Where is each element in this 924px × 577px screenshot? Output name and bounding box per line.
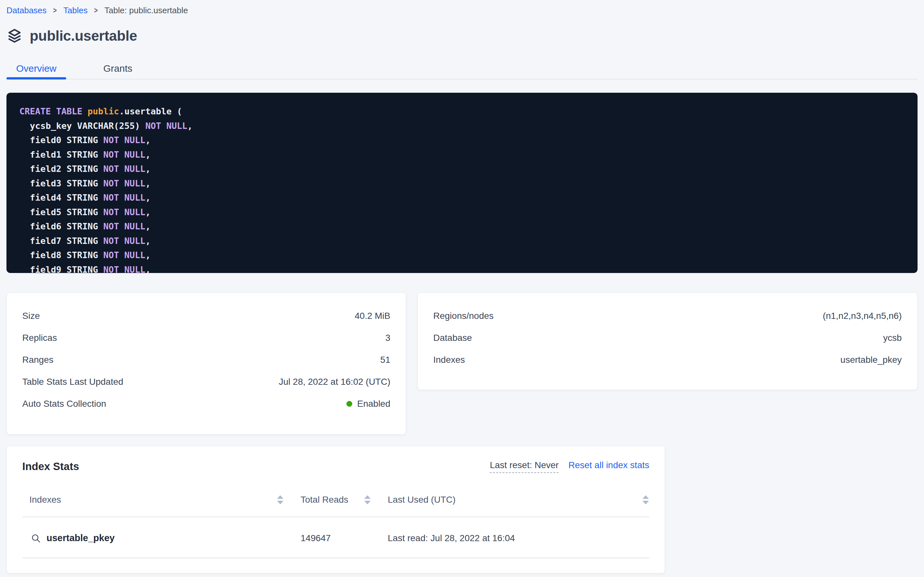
status-dot-green bbox=[346, 401, 352, 407]
stat-row-regions: Regions/nodes (n1,n2,n3,n4,n5,n6) bbox=[433, 305, 902, 327]
index-stats-table-row: usertable_pkey 149647 Last read: Jul 28,… bbox=[22, 517, 649, 558]
stat-row-auto-stats: Auto Stats Collection Enabled bbox=[22, 393, 390, 415]
stat-value: usertable_pkey bbox=[840, 355, 902, 365]
sql-line: field9 STRING NOT NULL, bbox=[19, 263, 905, 273]
last-reset-label[interactable]: Last reset: Never bbox=[490, 460, 559, 473]
sql-token: , bbox=[145, 221, 151, 231]
last-used-value: Last read: Jul 28, 2022 at 16:04 bbox=[381, 533, 649, 543]
sql-token: field5 STRING bbox=[19, 207, 103, 217]
sql-line: field5 STRING NOT NULL, bbox=[19, 205, 905, 220]
sql-line: field6 STRING NOT NULL, bbox=[19, 219, 905, 234]
sql-token: field7 STRING bbox=[19, 236, 103, 246]
sql-token: , bbox=[145, 264, 151, 273]
sql-token: field9 STRING bbox=[19, 264, 103, 273]
sql-token: NOT NULL bbox=[103, 178, 145, 189]
sql-token: field0 STRING bbox=[19, 135, 103, 145]
chevron-right-icon: > bbox=[53, 6, 57, 15]
column-header-label: Last Used (UTC) bbox=[388, 495, 456, 505]
sql-line: field4 STRING NOT NULL, bbox=[19, 190, 905, 205]
sql-token: NOT NULL bbox=[103, 150, 145, 160]
stat-row-replicas: Replicas 3 bbox=[22, 327, 390, 349]
sql-token: , bbox=[145, 250, 151, 260]
sql-line: field3 STRING NOT NULL, bbox=[19, 176, 905, 191]
stat-row-size: Size 40.2 MiB bbox=[22, 305, 390, 327]
stat-value: 51 bbox=[380, 355, 390, 365]
sql-token: , bbox=[145, 207, 151, 217]
sort-carets-icon[interactable] bbox=[364, 495, 371, 504]
sql-line: field7 STRING NOT NULL, bbox=[19, 234, 905, 248]
sql-line: field0 STRING NOT NULL, bbox=[19, 133, 905, 148]
sql-token: field4 STRING bbox=[19, 193, 103, 203]
sql-token: NOT NULL bbox=[103, 250, 145, 260]
stat-label: Auto Stats Collection bbox=[22, 399, 106, 409]
sql-token: , bbox=[145, 150, 151, 160]
index-stats-header: Index Stats Last reset: Never Reset all … bbox=[22, 459, 649, 474]
stat-label: Table Stats Last Updated bbox=[22, 377, 123, 387]
search-icon bbox=[31, 533, 41, 543]
breadcrumb: Databases > Tables > Table: public.usert… bbox=[6, 0, 918, 17]
breadcrumb-link-databases[interactable]: Databases bbox=[6, 5, 47, 16]
sql-create-statement-box: CREATE TABLE public.usertable ( ycsb_key… bbox=[6, 93, 918, 273]
title-row: public.usertable bbox=[6, 28, 918, 44]
sql-line: CREATE TABLE public.usertable ( bbox=[19, 104, 905, 119]
sql-token: NOT NULL bbox=[103, 221, 145, 231]
sql-token: ycsb_key VARCHAR(255) bbox=[19, 121, 145, 131]
sql-token: , bbox=[187, 121, 193, 131]
sql-token: NOT NULL bbox=[103, 207, 145, 217]
stat-row-stats-updated: Table Stats Last Updated Jul 28, 2022 at… bbox=[22, 371, 390, 393]
tab-bar: Overview Grants bbox=[6, 58, 918, 79]
sql-token: NOT NULL bbox=[145, 121, 187, 131]
sql-token: field1 STRING bbox=[19, 150, 103, 160]
sql-token: , bbox=[145, 236, 151, 246]
sql-line: field1 STRING NOT NULL, bbox=[19, 148, 905, 162]
sql-token: field3 STRING bbox=[19, 178, 103, 189]
sql-token: CREATE TABLE bbox=[19, 106, 87, 116]
stat-value: 40.2 MiB bbox=[355, 311, 390, 321]
sql-token: NOT NULL bbox=[103, 193, 145, 203]
index-stats-card: Index Stats Last reset: Never Reset all … bbox=[6, 446, 665, 574]
status-text: Enabled bbox=[357, 399, 390, 409]
index-name-link[interactable]: usertable_pkey bbox=[22, 533, 284, 543]
column-header-label: Total Reads bbox=[301, 495, 348, 505]
layers-stack-icon bbox=[6, 28, 22, 44]
sort-carets-icon[interactable] bbox=[642, 495, 649, 504]
stat-value: ycsb bbox=[883, 333, 902, 343]
column-header-total-reads[interactable]: Total Reads bbox=[294, 495, 371, 505]
sql-token: , bbox=[145, 164, 151, 174]
reset-all-index-stats-link[interactable]: Reset all index stats bbox=[568, 460, 649, 471]
placement-details-card: Regions/nodes (n1,n2,n3,n4,n5,n6) Databa… bbox=[418, 292, 918, 390]
sql-line: ycsb_key VARCHAR(255) NOT NULL, bbox=[19, 119, 905, 134]
sql-token: NOT NULL bbox=[103, 135, 145, 145]
index-stats-title: Index Stats bbox=[22, 460, 79, 473]
sql-token: field6 STRING bbox=[19, 221, 103, 231]
index-stats-table-header: Indexes Total Reads Last Used (UTC) bbox=[22, 495, 649, 517]
stat-label: Replicas bbox=[22, 333, 57, 343]
column-header-indexes[interactable]: Indexes bbox=[22, 495, 284, 505]
stat-value: Jul 28, 2022 at 16:02 (UTC) bbox=[279, 377, 390, 387]
stat-value: 3 bbox=[385, 333, 390, 343]
stat-label: Ranges bbox=[22, 355, 54, 365]
sql-token: field2 STRING bbox=[19, 164, 103, 174]
tab-grants[interactable]: Grants bbox=[94, 58, 142, 79]
detail-cards-row: Size 40.2 MiB Replicas 3 Ranges 51 Table… bbox=[6, 292, 918, 435]
sql-token: , bbox=[145, 178, 151, 189]
sql-line: field8 STRING NOT NULL, bbox=[19, 248, 905, 263]
sql-token: .usertable ( bbox=[119, 106, 182, 116]
breadcrumb-link-tables[interactable]: Tables bbox=[63, 5, 87, 16]
sql-token: NOT NULL bbox=[103, 264, 145, 273]
column-header-label: Indexes bbox=[29, 495, 61, 505]
tab-overview[interactable]: Overview bbox=[6, 58, 66, 79]
stat-value: (n1,n2,n3,n4,n5,n6) bbox=[823, 311, 902, 321]
sql-token: , bbox=[145, 135, 151, 145]
sql-code: CREATE TABLE public.usertable ( ycsb_key… bbox=[19, 104, 905, 273]
sql-token: NOT NULL bbox=[103, 164, 145, 174]
stat-label: Indexes bbox=[433, 355, 465, 365]
sql-token: field8 STRING bbox=[19, 250, 103, 260]
sql-token: NOT NULL bbox=[103, 236, 145, 246]
sql-token: public bbox=[87, 106, 119, 116]
stat-label: Database bbox=[433, 333, 472, 343]
index-stats-reset-group: Last reset: Never Reset all index stats bbox=[490, 460, 649, 473]
column-header-last-used[interactable]: Last Used (UTC) bbox=[381, 495, 649, 505]
sort-carets-icon[interactable] bbox=[277, 495, 284, 504]
page-title: public.usertable bbox=[30, 28, 137, 44]
